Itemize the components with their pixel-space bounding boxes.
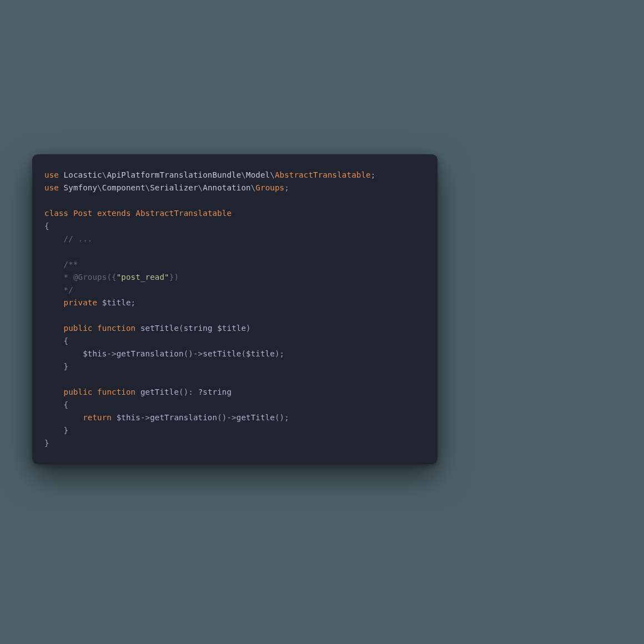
keyword-use: use (44, 183, 59, 192)
keyword-function: function (97, 388, 135, 396)
method-name: getTitle (237, 413, 275, 422)
brace-close: } (64, 362, 69, 371)
parameter: $title (217, 324, 246, 333)
variable-this: $this (117, 413, 140, 422)
docblock-close: */ (64, 285, 73, 294)
class-name: Groups (255, 183, 284, 192)
arrow: -> (227, 413, 236, 422)
brace-open: { (44, 222, 49, 230)
brace-open: { (64, 336, 69, 345)
paren: }) (169, 273, 179, 281)
brace-close: } (64, 426, 69, 435)
method-name: setTitle (203, 349, 241, 358)
function-name: setTitle (140, 324, 179, 333)
semicolon: ; (284, 183, 289, 192)
code-block: use Locastic\ApiPlatformTranslationBundl… (44, 169, 425, 450)
docblock-line: * (64, 273, 69, 281)
return-type: ?string (198, 388, 232, 396)
paren-close: ) (246, 324, 251, 333)
ns-part: Serializer (150, 183, 198, 192)
comment: // ... (64, 234, 93, 243)
code-snippet-card: use Locastic\ApiPlatformTranslationBundl… (32, 154, 437, 464)
class-name: AbstractTranslatable (135, 209, 232, 218)
ns-separator: \ (145, 183, 150, 192)
parens: () (179, 388, 188, 396)
ns-separator: \ (270, 170, 275, 179)
ns-separator: \ (198, 183, 203, 192)
string-literal: "post_read" (117, 273, 169, 281)
method-name: getTranslation (117, 349, 184, 358)
ns-part: Locastic (64, 170, 102, 179)
paren-open: ( (241, 349, 246, 358)
ns-part: Component (102, 183, 145, 192)
annotation: @Groups (73, 273, 107, 281)
brace-close: } (44, 439, 49, 447)
arrow: -> (193, 349, 203, 358)
keyword-use: use (44, 170, 59, 179)
keyword-function: function (97, 324, 135, 333)
ns-part: ApiPlatformTranslationBundle (107, 170, 241, 179)
ns-part: Symfony (64, 183, 98, 192)
paren-open: ( (179, 324, 184, 333)
keyword-private: private (64, 298, 98, 307)
keyword-class: class (44, 209, 68, 218)
function-name: getTitle (140, 388, 179, 396)
ns-separator: \ (241, 170, 246, 179)
method-name: getTranslation (150, 413, 217, 422)
semicolon: ; (280, 349, 285, 358)
parens: () (217, 413, 227, 422)
keyword-public: public (64, 388, 93, 396)
parens: () (275, 413, 284, 422)
parens: () (184, 349, 193, 358)
paren: ({ (107, 273, 116, 281)
arrow: -> (107, 349, 116, 358)
variable: $title (102, 298, 131, 307)
semicolon: ; (371, 170, 376, 179)
class-name: Post (73, 209, 93, 218)
arrow: -> (140, 413, 150, 422)
semicolon: ; (131, 298, 136, 307)
ns-separator: \ (97, 183, 102, 192)
argument: $title (246, 349, 275, 358)
class-name: AbstractTranslatable (275, 170, 371, 179)
colon: : (188, 388, 193, 396)
paren-close: ) (275, 349, 280, 358)
ns-part: Model (246, 170, 270, 179)
brace-open: { (64, 400, 69, 409)
docblock-open: /** (64, 260, 78, 269)
keyword-return: return (83, 413, 112, 422)
type: string (184, 324, 213, 333)
variable-this: $this (83, 349, 107, 358)
keyword-public: public (64, 324, 93, 333)
keyword-extends: extends (97, 209, 131, 218)
ns-part: Annotation (203, 183, 250, 192)
semicolon: ; (284, 413, 289, 422)
